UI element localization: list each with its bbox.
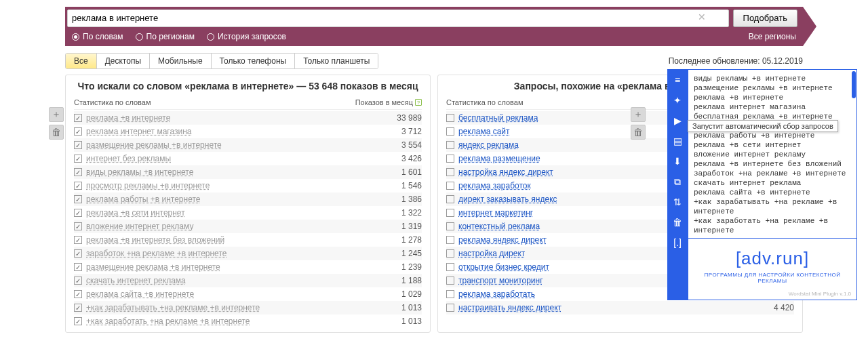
- row-checkbox[interactable]: [446, 290, 454, 298]
- play-icon[interactable]: ▶: [671, 115, 684, 126]
- list-item: реклама +в интернете без вложений: [694, 159, 852, 169]
- plugin-footer: Wordstat Mini Plugin v.1.0: [688, 287, 856, 300]
- row-checkbox[interactable]: [446, 222, 454, 230]
- row-checkbox[interactable]: [74, 155, 82, 163]
- keyword-link[interactable]: виды рекламы +в интернете: [86, 167, 193, 177]
- row-checkbox[interactable]: [74, 317, 82, 325]
- row-checkbox[interactable]: [74, 249, 82, 258]
- submit-button[interactable]: Подобрать: [733, 9, 797, 27]
- keyword-link[interactable]: настраивать яндекс директ: [458, 303, 561, 312]
- row-checkbox[interactable]: [446, 195, 454, 203]
- row-checkbox[interactable]: [446, 155, 454, 163]
- copy-icon[interactable]: ⧉: [671, 176, 684, 187]
- radio-dot-icon: [207, 33, 214, 41]
- table-row: интернет без рекламы3 426: [74, 152, 422, 165]
- row-checkbox[interactable]: [446, 263, 454, 271]
- row-checkbox[interactable]: [446, 168, 454, 176]
- row-checkbox[interactable]: [74, 290, 82, 298]
- tab-phones[interactable]: Только телефоны: [212, 54, 296, 68]
- row-checkbox[interactable]: [74, 277, 82, 285]
- trash-left-button[interactable]: 🗑: [49, 125, 64, 140]
- doc-icon[interactable]: ▤: [671, 136, 684, 146]
- row-value: 1 546: [401, 181, 422, 190]
- keyword-link[interactable]: реклама +в интернете: [86, 113, 170, 123]
- keyword-link[interactable]: настройка яндекс директ: [458, 167, 553, 177]
- keyword-link[interactable]: реклама заработок: [458, 181, 531, 190]
- keyword-link[interactable]: +как заработать +на рекламе +в интернете: [86, 317, 250, 326]
- keyword-link[interactable]: реклама +в сети интернет: [86, 208, 185, 218]
- add-all-left-button[interactable]: ＋: [49, 107, 64, 122]
- row-checkbox[interactable]: [446, 236, 454, 244]
- row-checkbox[interactable]: [74, 195, 82, 203]
- scrollbar-thumb[interactable]: [852, 71, 856, 98]
- plugin-keyword-list[interactable]: виды рекламы +в интернетеразмещение рекл…: [688, 70, 856, 239]
- row-checkbox[interactable]: [74, 209, 82, 217]
- keyword-link[interactable]: скачать интернет реклама: [86, 276, 186, 285]
- keyword-link[interactable]: реклама яндекс директ: [458, 235, 547, 245]
- row-checkbox[interactable]: [74, 304, 82, 312]
- mode-words-radio[interactable]: По словам: [72, 32, 123, 41]
- keyword-link[interactable]: яндекс реклама: [458, 140, 519, 150]
- row-checkbox[interactable]: [446, 127, 454, 136]
- row-checkbox[interactable]: [74, 114, 82, 122]
- keyword-link[interactable]: размещение рекламы +в интернете: [86, 140, 222, 150]
- row-checkbox[interactable]: [446, 277, 454, 285]
- keyword-link[interactable]: интернет маркетинг: [458, 208, 533, 218]
- mode-regions-radio[interactable]: По регионам: [136, 32, 195, 41]
- keyword-link[interactable]: заработок +на рекламе +в интернете: [86, 249, 226, 258]
- help-icon[interactable]: ?: [415, 99, 422, 106]
- mode-words-label: По словам: [83, 32, 123, 41]
- menu-icon[interactable]: ≡: [671, 75, 684, 85]
- keyword-link[interactable]: реклама интернет магазина: [86, 127, 192, 136]
- keyword-link[interactable]: реклама сайта +в интернете: [86, 289, 194, 299]
- row-checkbox[interactable]: [74, 168, 82, 176]
- row-checkbox[interactable]: [74, 141, 82, 149]
- row-checkbox[interactable]: [446, 114, 454, 122]
- keyword-link[interactable]: реклама +в интернете без вложений: [86, 235, 224, 245]
- keyword-link[interactable]: директ заказывать яндекс: [458, 195, 557, 204]
- keyword-link[interactable]: реклама работы +в интернете: [86, 195, 200, 204]
- clear-icon[interactable]: ✕: [698, 12, 706, 22]
- keyword-link[interactable]: +как зарабатывать +на рекламе +в интерне…: [86, 303, 260, 312]
- keyword-link[interactable]: открытие бизнес кредит: [458, 262, 549, 272]
- keyword-link[interactable]: транспорт мониторинг: [458, 276, 543, 285]
- row-checkbox[interactable]: [446, 209, 454, 217]
- row-checkbox[interactable]: [446, 249, 454, 258]
- keyword-link[interactable]: контекстный реклама: [458, 222, 540, 231]
- plugin-logo[interactable]: [adv.run]: [695, 248, 850, 269]
- search-input[interactable]: [67, 9, 729, 27]
- trash-right-button[interactable]: 🗑: [631, 125, 646, 140]
- keyword-link[interactable]: настройка директ: [458, 249, 525, 258]
- row-checkbox[interactable]: [446, 304, 454, 312]
- add-all-right-button[interactable]: ＋: [631, 107, 646, 122]
- delete-icon[interactable]: 🗑: [671, 217, 684, 228]
- brackets-icon[interactable]: [.]: [671, 237, 684, 248]
- keyword-link[interactable]: реклама сайт: [458, 127, 510, 136]
- download-icon[interactable]: ⬇: [671, 156, 684, 167]
- row-checkbox[interactable]: [74, 182, 82, 190]
- keyword-link[interactable]: просмотр рекламы +в интернете: [86, 181, 210, 190]
- row-checkbox[interactable]: [74, 222, 82, 230]
- row-checkbox[interactable]: [446, 182, 454, 190]
- row-checkbox[interactable]: [74, 236, 82, 244]
- keyword-link[interactable]: вложение интернет рекламу: [86, 222, 193, 231]
- row-checkbox[interactable]: [74, 127, 82, 136]
- keyword-link[interactable]: интернет без рекламы: [86, 154, 171, 163]
- tab-all[interactable]: Все: [66, 54, 97, 68]
- list-item: скачать интернет реклама: [694, 178, 852, 188]
- row-checkbox[interactable]: [446, 141, 454, 149]
- play-tooltip: Запустит автоматический сбор запросов: [688, 120, 838, 132]
- all-regions-link[interactable]: Все регионы: [749, 32, 796, 41]
- tab-mobile[interactable]: Мобильные: [150, 54, 212, 68]
- keyword-link[interactable]: реклама размещение: [458, 154, 540, 163]
- tab-desktop[interactable]: Десктопы: [97, 54, 150, 68]
- magic-icon[interactable]: ✦: [671, 95, 684, 106]
- list-item: реклама сайта +в интернете: [694, 188, 852, 197]
- keyword-link[interactable]: реклама заработать: [458, 289, 535, 299]
- keyword-link[interactable]: бесплатный реклама: [458, 113, 538, 123]
- row-checkbox[interactable]: [74, 263, 82, 271]
- sort-icon[interactable]: ⇅: [671, 197, 684, 207]
- mode-history-radio[interactable]: История запросов: [207, 32, 286, 41]
- tab-tablets[interactable]: Только планшеты: [295, 54, 378, 68]
- keyword-link[interactable]: размещение реклама +в интернете: [86, 262, 220, 272]
